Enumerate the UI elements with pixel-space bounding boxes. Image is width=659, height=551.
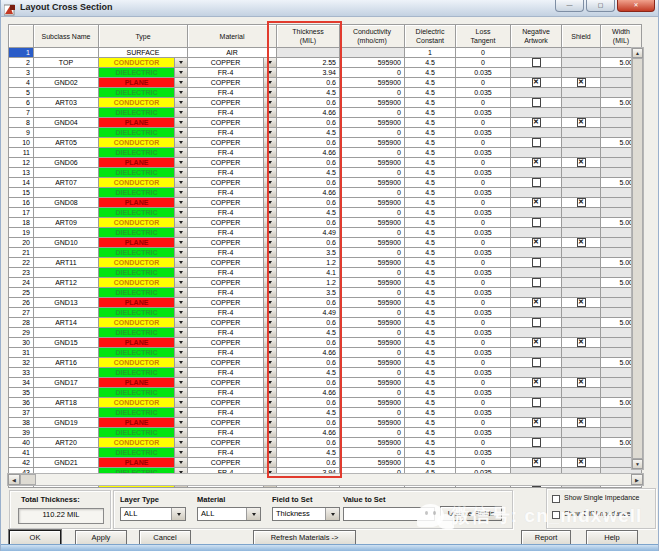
show-single-impedance-checkbox[interactable] [552,495,560,503]
row-number-cell[interactable]: 13 [9,168,34,178]
dropdown-arrow-button[interactable] [174,78,187,87]
type-value[interactable]: PLANE [99,158,174,167]
row-number-cell[interactable]: 27 [9,308,34,318]
conductivity-cell[interactable]: 0 [340,148,405,158]
show-diff-impedance-checkbox[interactable] [552,511,560,519]
dropdown-arrow-button[interactable] [263,258,276,267]
loss-tangent-cell[interactable]: 0 [456,138,511,148]
loss-tangent-cell[interactable]: 0 [456,118,511,128]
dropdown-arrow-button[interactable] [263,418,276,427]
thickness-cell[interactable]: 4.5 [277,168,340,178]
dropdown-arrow-button[interactable] [174,248,187,257]
type-value[interactable]: DIELECTRIC [99,268,174,277]
dropdown-arrow-button[interactable] [174,368,187,377]
conductivity-cell[interactable]: 0 [340,248,405,258]
dropdown-arrow-button[interactable] [263,428,276,437]
thickness-cell[interactable]: 4.5 [277,448,340,458]
loss-tangent-cell[interactable]: 0.035 [456,428,511,438]
row-number-cell[interactable]: 19 [9,228,34,238]
thickness-cell[interactable]: 4.49 [277,308,340,318]
thickness-cell[interactable]: 3.5 [277,288,340,298]
material-value[interactable]: FR-4 [188,448,263,457]
material-value[interactable]: COPPER [188,98,263,107]
thickness-cell[interactable]: 4.5 [277,208,340,218]
type-value[interactable]: DIELECTRIC [99,388,174,397]
thickness-cell[interactable]: 0.6 [277,238,340,248]
material-value[interactable]: FR-4 [188,328,263,337]
thickness-cell[interactable]: 0.6 [277,118,340,128]
type-value[interactable]: CONDUCTOR [99,178,174,187]
shield-checkbox[interactable]: ✕ [577,158,586,167]
type-value[interactable]: DIELECTRIC [99,368,174,377]
subclass-name-cell[interactable]: ART12 [34,278,99,288]
loss-tangent-cell[interactable]: 0 [456,298,511,308]
dielectric-constant-cell[interactable]: 4.5 [405,258,456,268]
dropdown-arrow-button[interactable] [174,68,187,77]
dropdown-arrow-button[interactable] [263,158,276,167]
loss-tangent-cell[interactable]: 0 [456,338,511,348]
type-value[interactable]: CONDUCTOR [99,278,174,287]
negative-artwork-checkbox[interactable] [532,178,541,187]
conductivity-cell[interactable]: 595900 [340,418,405,428]
row-number-cell[interactable]: 24 [9,278,34,288]
dielectric-constant-cell[interactable]: 4.5 [405,248,456,258]
dielectric-constant-cell[interactable]: 4.5 [405,318,456,328]
material-value[interactable]: FR-4 [188,288,263,297]
dropdown-arrow-button[interactable] [174,138,187,147]
dropdown-arrow-button[interactable] [263,78,276,87]
type-value[interactable]: DIELECTRIC [99,288,174,297]
type-value[interactable]: DIELECTRIC [99,248,174,257]
subclass-name-cell[interactable] [34,448,99,458]
update-fields-button[interactable]: Update Fields [440,506,502,521]
subclass-name-cell[interactable]: ART05 [34,138,99,148]
type-value[interactable]: DIELECTRIC [99,448,174,457]
dielectric-constant-cell[interactable]: 4.5 [405,288,456,298]
material-value[interactable]: FR-4 [188,148,263,157]
chevron-down-icon[interactable] [246,508,260,520]
chevron-down-icon[interactable] [325,508,339,520]
row-number-cell[interactable]: 33 [9,368,34,378]
material-value[interactable]: FR-4 [188,348,263,357]
type-value[interactable]: DIELECTRIC [99,148,174,157]
row-number-cell[interactable]: 34 [9,378,34,388]
dropdown-arrow-button[interactable] [263,448,276,457]
conductivity-cell[interactable]: 595900 [340,178,405,188]
type-value[interactable]: DIELECTRIC [99,128,174,137]
dropdown-arrow-button[interactable] [263,128,276,137]
dropdown-arrow-button[interactable] [263,458,276,467]
thickness-cell[interactable]: 0.6 [277,338,340,348]
type-value[interactable]: DIELECTRIC [99,228,174,237]
shield-checkbox[interactable]: ✕ [577,238,586,247]
dielectric-constant-cell[interactable]: 4.5 [405,68,456,78]
material-value[interactable]: FR-4 [188,248,263,257]
material-value[interactable]: COPPER [188,158,263,167]
scroll-left-icon[interactable]: ◀ [8,474,20,485]
row-number-cell[interactable]: 31 [9,348,34,358]
negative-artwork-checkbox[interactable] [532,358,541,367]
maximize-button-icon[interactable]: ▢ [586,0,615,12]
row-number-cell[interactable]: 37 [9,408,34,418]
material-value[interactable]: FR-4 [188,368,263,377]
dropdown-arrow-button[interactable] [263,198,276,207]
thickness-cell[interactable]: 0.6 [277,178,340,188]
subclass-name-cell[interactable]: GND19 [34,418,99,428]
dropdown-arrow-button[interactable] [174,348,187,357]
material-value[interactable]: FR-4 [188,308,263,317]
type-value[interactable]: DIELECTRIC [99,408,174,417]
subclass-name-cell[interactable]: GND13 [34,298,99,308]
material-value[interactable]: FR-4 [188,188,263,197]
loss-tangent-cell[interactable]: 0.035 [456,268,511,278]
row-number-cell[interactable]: 25 [9,288,34,298]
loss-tangent-cell[interactable]: 0 [456,218,511,228]
dropdown-arrow-button[interactable] [263,288,276,297]
row-number-cell[interactable]: 6 [9,98,34,108]
loss-tangent-cell[interactable]: 0 [456,358,511,368]
conductivity-cell[interactable]: 0 [340,208,405,218]
dropdown-arrow-button[interactable] [174,268,187,277]
conductivity-cell[interactable]: 0 [340,68,405,78]
row-number-cell[interactable]: 22 [9,258,34,268]
thickness-cell[interactable]: 0.6 [277,398,340,408]
type-value[interactable]: DIELECTRIC [99,428,174,437]
dropdown-arrow-button[interactable] [174,258,187,267]
material-value[interactable]: COPPER [188,298,263,307]
